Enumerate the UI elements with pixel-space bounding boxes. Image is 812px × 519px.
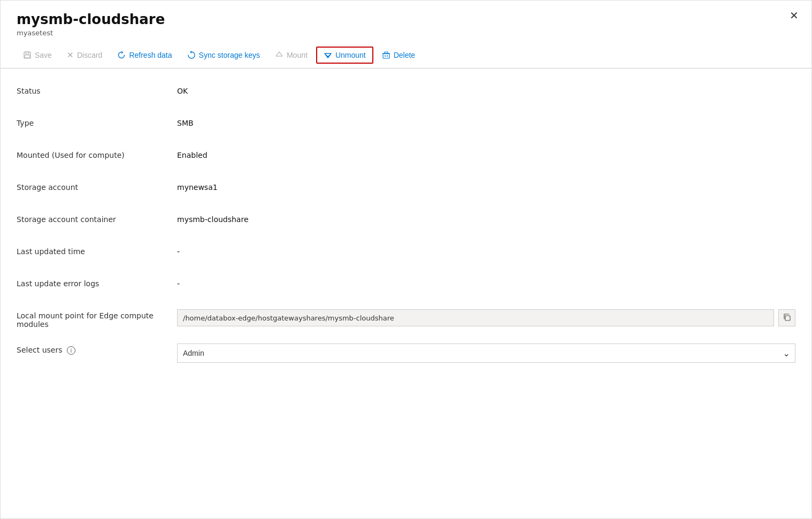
- local-mount-value: /home/databox-edge/hostgatewayshares/mys…: [177, 309, 774, 326]
- mount-label: Mount: [287, 51, 308, 59]
- local-mount-label: Local mount point for Edge compute modul…: [17, 309, 177, 329]
- type-label: Type: [17, 117, 177, 127]
- refresh-button[interactable]: Refresh data: [111, 48, 178, 63]
- close-button[interactable]: ✕: [790, 10, 799, 21]
- info-icon[interactable]: i: [67, 346, 75, 355]
- status-value: OK: [177, 85, 795, 95]
- select-users-row: Select users i Admin ⌄: [17, 344, 795, 363]
- sync-button[interactable]: Sync storage keys: [181, 48, 266, 63]
- svg-rect-6: [383, 54, 389, 58]
- select-users-input[interactable]: Admin: [177, 344, 795, 363]
- mounted-value: Enabled: [177, 149, 795, 159]
- refresh-label: Refresh data: [129, 51, 172, 59]
- svg-rect-11: [785, 316, 790, 320]
- content-area: Status OK Type SMB Mounted (Used for com…: [1, 68, 811, 394]
- panel: mysmb-cloudshare myasetest ✕ Save ✕ Disc…: [0, 0, 812, 519]
- last-error-value: -: [177, 277, 795, 288]
- panel-title: mysmb-cloudshare: [17, 11, 795, 28]
- save-button[interactable]: Save: [17, 48, 58, 63]
- type-value: SMB: [177, 117, 795, 127]
- copy-button[interactable]: [778, 309, 795, 326]
- last-error-row: Last update error logs -: [17, 277, 795, 294]
- unmount-icon: [324, 51, 332, 59]
- type-row: Type SMB: [17, 117, 795, 134]
- storage-container-row: Storage account container mysmb-cloudsha…: [17, 213, 795, 230]
- mount-button[interactable]: Mount: [269, 48, 314, 63]
- delete-icon: [382, 51, 390, 59]
- storage-account-row: Storage account mynewsa1: [17, 181, 795, 198]
- select-users-label: Select users i: [17, 344, 177, 355]
- mount-icon: [275, 51, 284, 59]
- unmount-button[interactable]: Unmount: [316, 47, 373, 64]
- last-error-label: Last update error logs: [17, 277, 177, 288]
- panel-subtitle: myasetest: [17, 29, 795, 37]
- svg-marker-4: [325, 54, 331, 58]
- last-updated-value: -: [177, 245, 795, 256]
- storage-container-label: Storage account container: [17, 213, 177, 224]
- save-label: Save: [35, 51, 52, 59]
- svg-rect-2: [25, 55, 30, 58]
- save-icon: [23, 51, 32, 59]
- storage-container-value: mysmb-cloudshare: [177, 213, 795, 224]
- discard-label: Discard: [77, 51, 102, 59]
- status-label: Status: [17, 85, 177, 95]
- delete-button[interactable]: Delete: [376, 48, 422, 63]
- sync-icon: [187, 51, 196, 59]
- local-mount-row: Local mount point for Edge compute modul…: [17, 309, 795, 329]
- discard-button[interactable]: ✕ Discard: [60, 47, 109, 63]
- last-updated-row: Last updated time -: [17, 245, 795, 262]
- svg-marker-3: [276, 52, 282, 56]
- mounted-row: Mounted (Used for compute) Enabled: [17, 149, 795, 166]
- local-mount-container: /home/databox-edge/hostgatewayshares/mys…: [177, 309, 795, 326]
- storage-account-label: Storage account: [17, 181, 177, 192]
- delete-label: Delete: [394, 51, 415, 59]
- storage-account-value: mynewsa1: [177, 181, 795, 192]
- select-users-container: Admin ⌄: [177, 344, 795, 363]
- mounted-label: Mounted (Used for compute): [17, 149, 177, 159]
- toolbar: Save ✕ Discard Refresh data: [1, 42, 811, 68]
- panel-header: mysmb-cloudshare myasetest: [1, 1, 811, 42]
- sync-label: Sync storage keys: [199, 51, 260, 59]
- discard-icon: ✕: [67, 50, 74, 60]
- unmount-label: Unmount: [335, 51, 366, 59]
- last-updated-label: Last updated time: [17, 245, 177, 256]
- status-row: Status OK: [17, 85, 795, 102]
- copy-icon: [783, 313, 791, 323]
- refresh-icon: [117, 51, 126, 59]
